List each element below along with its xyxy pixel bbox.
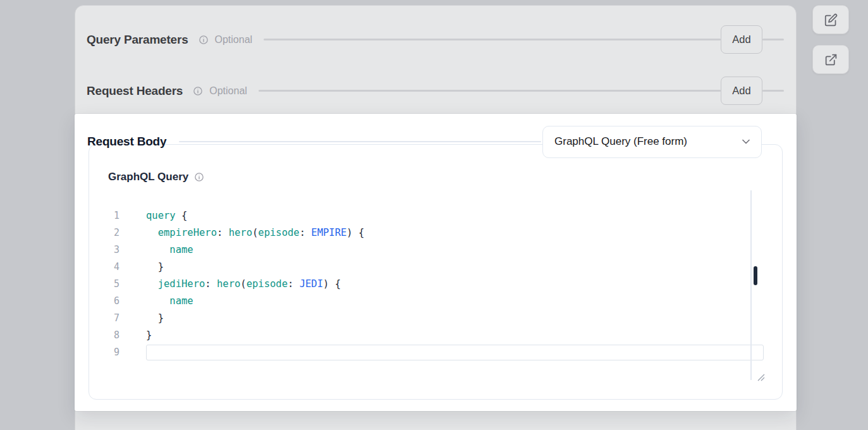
request-body-title: Request Body [87,135,166,149]
code-line[interactable]: 8} [89,327,764,344]
editor-scrollbar-thumb[interactable] [754,266,757,285]
code-line-content: } [119,327,764,344]
line-number: 3 [89,242,119,259]
code-line[interactable]: 7 } [89,310,764,327]
graphql-editor-card: GraphQL Query 1query {2 empireHero: hero… [89,144,783,400]
code-line-content: jediHero: hero(episode: JEDI) { [119,276,764,293]
code-line[interactable]: 9 [89,344,764,361]
code-line-content: name [119,293,764,310]
code-line[interactable]: 1query { [89,207,764,224]
line-number: 9 [89,344,119,361]
info-icon[interactable] [194,172,204,182]
request-builder-screen: Query Parameters Optional Add Request He… [0,0,868,430]
chevron-down-icon [740,135,752,148]
line-number: 4 [89,259,119,276]
line-number: 1 [89,207,119,224]
graphql-query-label-row: GraphQL Query [108,171,204,183]
code-line[interactable]: 2 empireHero: hero(episode: EMPIRE) { [89,224,764,242]
line-number: 5 [89,276,119,293]
body-type-select[interactable]: GraphQL Query (Free form) [542,126,762,158]
code-line[interactable]: 4 } [89,259,764,276]
code-line-content [119,344,764,361]
graphql-query-editor[interactable]: 1query {2 empireHero: hero(episode: EMPI… [89,207,764,361]
editor-scrollbar-track[interactable] [750,190,752,380]
graphql-query-label: GraphQL Query [108,171,188,183]
line-number: 6 [89,293,119,310]
code-line[interactable]: 6 name [89,293,764,310]
code-line[interactable]: 5 jediHero: hero(episode: JEDI) { [89,276,764,293]
code-line-content: } [119,259,764,276]
resize-handle-icon[interactable] [757,372,765,380]
divider [179,141,541,143]
code-line-content: } [119,310,764,327]
body-type-selected-value: GraphQL Query (Free form) [554,135,687,148]
line-number: 8 [89,327,119,344]
code-line-content: name [119,242,764,259]
request-body-panel: Request Body GraphQL Query (Free form) G… [75,114,797,411]
code-line-content: empireHero: hero(episode: EMPIRE) { [119,224,764,242]
code-line[interactable]: 3 name [89,242,764,259]
request-body-header: Request Body GraphQL Query (Free form) [87,125,762,158]
line-number: 2 [89,224,119,242]
line-number: 7 [89,310,119,327]
code-line-content: query { [119,207,764,224]
